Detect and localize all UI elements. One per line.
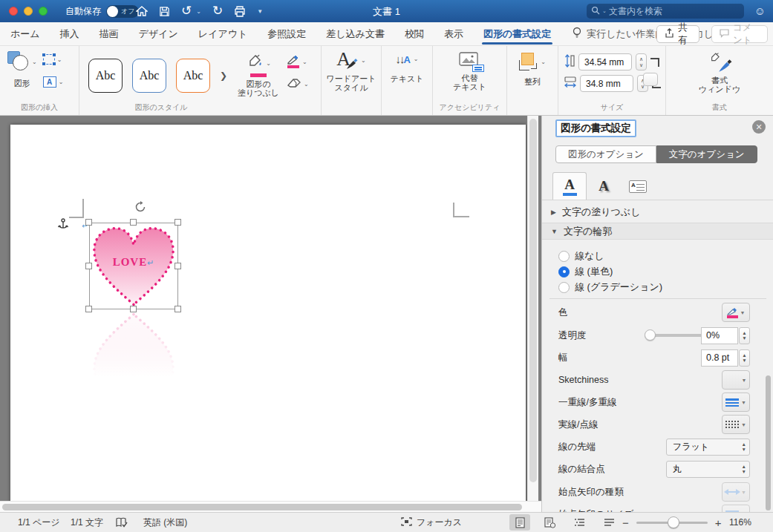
- shape-outline-button[interactable]: ⌄: [287, 55, 309, 68]
- redo-icon[interactable]: ↻: [212, 3, 223, 19]
- shape-fill-button[interactable]: ⌄ 図形の 塗りつぶし: [238, 53, 279, 97]
- search-box[interactable]: ⌄: [587, 4, 744, 19]
- spellcheck-icon[interactable]: [116, 513, 128, 532]
- search-input[interactable]: [609, 6, 728, 16]
- text-effects-tab[interactable]: A: [587, 172, 621, 200]
- page-count[interactable]: 1/1 ページ: [18, 513, 60, 532]
- close-window-button[interactable]: [9, 7, 18, 16]
- zoom-slider[interactable]: [636, 522, 708, 524]
- language-indicator[interactable]: 英語 (米国): [143, 513, 187, 532]
- zoom-percentage[interactable]: 116%: [729, 513, 751, 532]
- print-layout-view-button[interactable]: [509, 514, 530, 531]
- zoom-slider-knob[interactable]: [668, 516, 679, 528]
- tab-mailings[interactable]: 差し込み文書: [326, 22, 385, 46]
- selection-handle-ne[interactable]: [175, 219, 181, 226]
- share-button[interactable]: 共有: [656, 25, 699, 43]
- minimize-window-button[interactable]: [24, 7, 33, 16]
- selection-handle-sw[interactable]: [85, 306, 92, 312]
- compound-type-dropdown[interactable]: ▼: [722, 393, 750, 412]
- document-page[interactable]: ↵: [10, 125, 526, 512]
- height-stepper[interactable]: ∧∨: [636, 53, 647, 70]
- undo-dropdown-icon[interactable]: ⌄: [196, 8, 201, 15]
- cap-type-select[interactable]: フラット ▲▼: [666, 439, 750, 456]
- alt-text-button[interactable]: 代替 テキスト: [433, 46, 506, 91]
- vertical-scrollbar[interactable]: [527, 116, 538, 501]
- tab-review[interactable]: 校閲: [405, 22, 424, 46]
- shape-style-black[interactable]: Abc: [88, 59, 123, 93]
- transparency-value-field[interactable]: 0%: [701, 327, 738, 344]
- transparency-stepper[interactable]: ▲▼: [739, 327, 750, 344]
- shape-style-orange[interactable]: Abc: [176, 59, 210, 93]
- selection-handle-nw[interactable]: [85, 219, 92, 226]
- comments-button[interactable]: コメント: [711, 25, 768, 43]
- radio-no-line[interactable]: 線なし: [558, 249, 604, 263]
- selection-handle-n[interactable]: [130, 219, 137, 226]
- text-fill-outline-tab[interactable]: A: [552, 172, 587, 200]
- join-type-select[interactable]: 丸 ▲▼: [666, 461, 750, 478]
- shape-height-field[interactable]: 34.54 mm: [578, 53, 632, 70]
- document-canvas[interactable]: ↵: [0, 116, 541, 512]
- tab-references[interactable]: 参照設定: [267, 22, 306, 46]
- radio-gradient-line[interactable]: 線 (グラデーション): [558, 280, 662, 294]
- selection-handle-e[interactable]: [175, 263, 181, 269]
- shape-width-field[interactable]: 34.8 mm: [580, 75, 633, 92]
- section-text-outline[interactable]: ▼ 文字の輪郭: [542, 223, 773, 240]
- tell-me-box[interactable]: 実行したい作業内容を入力します: [573, 27, 733, 41]
- horizontal-scrollbar[interactable]: [0, 501, 541, 512]
- begin-arrow-type-dropdown[interactable]: ▼: [722, 482, 750, 502]
- zoom-window-button[interactable]: [39, 7, 48, 16]
- shapes-dropdown-icon[interactable]: ⌄: [32, 59, 37, 65]
- tab-layout[interactable]: レイアウト: [198, 22, 248, 46]
- text-box-button[interactable]: A ⌄: [43, 76, 64, 88]
- gallery-more-icon[interactable]: ❯: [220, 70, 227, 81]
- search-scope-chevron-icon[interactable]: ⌄: [602, 8, 607, 14]
- vertical-scrollbar-thumb[interactable]: [529, 119, 537, 482]
- focus-mode-button[interactable]: フォーカス: [401, 513, 462, 532]
- format-pane-button[interactable]: 書式 ウィンドウ: [666, 46, 773, 93]
- web-layout-view-button[interactable]: [539, 514, 560, 531]
- tab-home[interactable]: ホーム: [10, 22, 40, 46]
- selection-handle-s[interactable]: [130, 306, 137, 312]
- text-direction-button[interactable]: ↓↓A ⌄ テキスト: [382, 46, 432, 84]
- home-icon[interactable]: [136, 5, 148, 17]
- customize-toolbar-icon[interactable]: ▼: [257, 8, 263, 15]
- width-value-field[interactable]: 0.8 pt: [701, 349, 738, 367]
- selection-handle-se[interactable]: [175, 306, 181, 312]
- radio-solid-line[interactable]: 線 (単色): [558, 265, 613, 278]
- zoom-in-icon[interactable]: +: [715, 516, 722, 529]
- dash-type-dropdown[interactable]: ▼: [722, 415, 750, 434]
- shape-style-blue[interactable]: Abc: [132, 59, 166, 93]
- tab-shape-options[interactable]: 図形のオプション: [555, 145, 656, 163]
- pane-close-icon[interactable]: ✕: [752, 120, 766, 134]
- outline-color-dropdown[interactable]: ▼: [722, 303, 750, 322]
- shape-effects-button[interactable]: ⌄: [287, 77, 309, 91]
- tab-insert[interactable]: 挿入: [60, 22, 79, 46]
- outline-view-button[interactable]: [569, 514, 590, 531]
- lock-aspect-ratio-button[interactable]: [643, 73, 658, 86]
- undo-icon[interactable]: ↺: [181, 3, 192, 19]
- pane-scrollbar-thumb[interactable]: [766, 375, 771, 510]
- tab-shape-format[interactable]: 図形の書式設定: [483, 22, 551, 46]
- sketchiness-dropdown[interactable]: ▼: [722, 370, 750, 390]
- edit-points-button[interactable]: ⌄: [43, 54, 64, 65]
- print-icon[interactable]: [234, 6, 246, 17]
- tab-design[interactable]: デザイン: [139, 22, 178, 46]
- tab-draw[interactable]: 描画: [100, 22, 119, 46]
- tab-view[interactable]: 表示: [444, 22, 463, 46]
- rotation-handle[interactable]: [134, 201, 146, 216]
- feedback-smiley-icon[interactable]: ☺: [754, 4, 766, 17]
- arrange-button[interactable]: ⌄ 整列: [507, 46, 558, 87]
- text-layout-tab[interactable]: A: [621, 172, 655, 200]
- transparency-slider-knob[interactable]: [645, 329, 656, 341]
- word-count[interactable]: 1/1 文字: [71, 513, 103, 532]
- width-stepper[interactable]: ▲▼: [739, 349, 750, 367]
- zoom-out-icon[interactable]: −: [622, 516, 629, 529]
- save-icon[interactable]: [159, 6, 170, 17]
- horizontal-scrollbar-thumb[interactable]: [2, 504, 522, 510]
- insert-shape-button[interactable]: ⌄ 図形: [7, 51, 37, 88]
- selection-handle-w[interactable]: [85, 263, 92, 269]
- wordart-styles-button[interactable]: A ⌄ ワードアート スタイル: [322, 46, 381, 92]
- autosave-toggle[interactable]: オフ: [106, 5, 139, 18]
- tab-text-options[interactable]: 文字のオプション: [656, 145, 757, 163]
- section-text-fill[interactable]: ▶ 文字の塗りつぶし: [542, 203, 773, 220]
